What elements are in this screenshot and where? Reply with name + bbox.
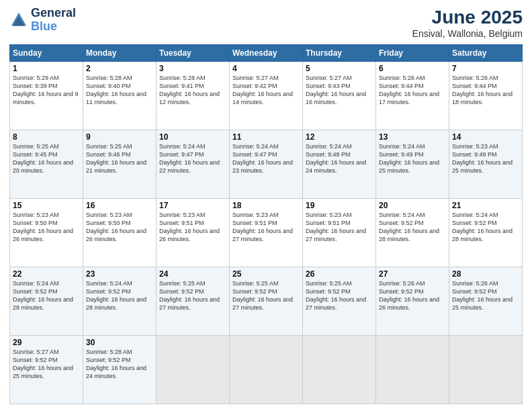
calendar-day-cell: 29Sunrise: 5:27 AMSunset: 9:52 PMDayligh… [10, 336, 83, 404]
weekday-header-row: SundayMondayTuesdayWednesdayThursdayFrid… [10, 45, 523, 62]
svg-rect-2 [16, 20, 21, 26]
day-number: 21 [452, 201, 519, 210]
calendar-day-cell: 27Sunrise: 5:26 AMSunset: 9:52 PMDayligh… [376, 267, 449, 336]
calendar-day-cell: 17Sunrise: 5:23 AMSunset: 9:51 PMDayligh… [157, 199, 230, 267]
title-block: June 2025 Ensival, Wallonia, Belgium [412, 7, 523, 39]
day-info: Sunrise: 5:24 AMSunset: 9:47 PMDaylight:… [232, 142, 300, 175]
month-year: June 2025 [412, 7, 523, 28]
weekday-header-cell: Thursday [303, 45, 376, 62]
calendar-day-cell: 9Sunrise: 5:25 AMSunset: 9:46 PMDaylight… [83, 130, 157, 199]
day-number: 24 [159, 269, 226, 279]
day-info: Sunrise: 5:28 AMSunset: 9:40 PMDaylight:… [86, 74, 153, 107]
day-info: Sunrise: 5:23 AMSunset: 9:50 PMDaylight:… [86, 211, 153, 244]
page: General Blue June 2025 Ensival, Wallonia… [0, 0, 532, 411]
day-info: Sunrise: 5:23 AMSunset: 9:49 PMDaylight:… [452, 142, 519, 175]
day-number: 20 [379, 201, 446, 210]
weekday-header-cell: Sunday [10, 45, 83, 62]
day-info: Sunrise: 5:24 AMSunset: 9:49 PMDaylight:… [379, 142, 446, 175]
calendar-week-row: 1Sunrise: 5:29 AMSunset: 9:39 PMDaylight… [10, 62, 523, 130]
day-info: Sunrise: 5:28 AMSunset: 9:52 PMDaylight:… [86, 348, 153, 381]
day-info: Sunrise: 5:24 AMSunset: 9:52 PMDaylight:… [452, 211, 519, 244]
calendar-day-cell: 4Sunrise: 5:27 AMSunset: 9:42 PMDaylight… [230, 62, 303, 130]
calendar-day-cell: 2Sunrise: 5:28 AMSunset: 9:40 PMDaylight… [83, 62, 157, 130]
day-info: Sunrise: 5:27 AMSunset: 9:52 PMDaylight:… [13, 348, 80, 381]
calendar-day-cell: 22Sunrise: 5:24 AMSunset: 9:52 PMDayligh… [10, 267, 83, 336]
day-info: Sunrise: 5:24 AMSunset: 9:52 PMDaylight:… [13, 279, 80, 312]
day-number: 6 [379, 64, 446, 73]
day-number: 13 [379, 132, 446, 142]
day-number: 29 [13, 338, 80, 347]
day-info: Sunrise: 5:24 AMSunset: 9:52 PMDaylight:… [86, 279, 153, 312]
calendar-table: SundayMondayTuesdayWednesdayThursdayFrid… [9, 44, 523, 404]
calendar-day-cell: 16Sunrise: 5:23 AMSunset: 9:50 PMDayligh… [83, 199, 157, 267]
day-number: 27 [379, 269, 446, 279]
calendar-day-cell: 8Sunrise: 5:25 AMSunset: 9:45 PMDaylight… [10, 130, 83, 199]
calendar-day-cell: 7Sunrise: 5:26 AMSunset: 9:44 PMDaylight… [449, 62, 523, 130]
logo: General Blue [9, 7, 76, 34]
day-info: Sunrise: 5:27 AMSunset: 9:43 PMDaylight:… [306, 74, 373, 107]
day-info: Sunrise: 5:25 AMSunset: 9:52 PMDaylight:… [232, 279, 300, 312]
calendar-day-cell: 21Sunrise: 5:24 AMSunset: 9:52 PMDayligh… [449, 199, 523, 267]
calendar-day-cell: 26Sunrise: 5:25 AMSunset: 9:52 PMDayligh… [303, 267, 376, 336]
day-number: 5 [306, 64, 373, 73]
day-number: 14 [452, 132, 519, 142]
day-info: Sunrise: 5:23 AMSunset: 9:50 PMDaylight:… [13, 211, 80, 244]
day-info: Sunrise: 5:29 AMSunset: 9:39 PMDaylight:… [13, 74, 80, 107]
calendar-day-cell: 23Sunrise: 5:24 AMSunset: 9:52 PMDayligh… [83, 267, 157, 336]
day-number: 15 [13, 201, 80, 210]
calendar-body: 1Sunrise: 5:29 AMSunset: 9:39 PMDaylight… [10, 62, 523, 404]
day-number: 10 [159, 132, 226, 142]
calendar-day-cell [230, 336, 303, 404]
day-info: Sunrise: 5:25 AMSunset: 9:46 PMDaylight:… [86, 142, 153, 175]
day-info: Sunrise: 5:24 AMSunset: 9:47 PMDaylight:… [159, 142, 226, 175]
day-info: Sunrise: 5:23 AMSunset: 9:51 PMDaylight:… [306, 211, 373, 244]
weekday-header-cell: Friday [376, 45, 449, 62]
day-number: 22 [13, 269, 80, 279]
weekday-header-cell: Saturday [449, 45, 523, 62]
calendar-week-row: 15Sunrise: 5:23 AMSunset: 9:50 PMDayligh… [10, 199, 523, 267]
calendar-day-cell: 3Sunrise: 5:28 AMSunset: 9:41 PMDaylight… [157, 62, 230, 130]
day-info: Sunrise: 5:26 AMSunset: 9:52 PMDaylight:… [452, 279, 519, 312]
day-number: 23 [86, 269, 153, 279]
day-number: 2 [86, 64, 153, 73]
day-number: 16 [86, 201, 153, 210]
day-number: 12 [306, 132, 373, 142]
calendar-day-cell [376, 336, 449, 404]
day-info: Sunrise: 5:27 AMSunset: 9:42 PMDaylight:… [232, 74, 300, 107]
day-number: 19 [306, 201, 373, 210]
day-number: 7 [452, 64, 519, 73]
day-number: 11 [232, 132, 300, 142]
day-info: Sunrise: 5:25 AMSunset: 9:45 PMDaylight:… [13, 142, 80, 175]
calendar-day-cell: 20Sunrise: 5:24 AMSunset: 9:52 PMDayligh… [376, 199, 449, 267]
weekday-header-cell: Tuesday [157, 45, 230, 62]
day-info: Sunrise: 5:26 AMSunset: 9:44 PMDaylight:… [452, 74, 519, 107]
calendar-day-cell: 10Sunrise: 5:24 AMSunset: 9:47 PMDayligh… [157, 130, 230, 199]
calendar-day-cell [157, 336, 230, 404]
calendar-day-cell: 5Sunrise: 5:27 AMSunset: 9:43 PMDaylight… [303, 62, 376, 130]
logo-text: General Blue [31, 7, 76, 34]
day-number: 1 [13, 64, 80, 73]
day-number: 28 [452, 269, 519, 279]
calendar-week-row: 8Sunrise: 5:25 AMSunset: 9:45 PMDaylight… [10, 130, 523, 199]
calendar-day-cell: 6Sunrise: 5:26 AMSunset: 9:44 PMDaylight… [376, 62, 449, 130]
day-info: Sunrise: 5:23 AMSunset: 9:51 PMDaylight:… [232, 211, 300, 244]
calendar-day-cell: 1Sunrise: 5:29 AMSunset: 9:39 PMDaylight… [10, 62, 83, 130]
calendar-day-cell: 24Sunrise: 5:25 AMSunset: 9:52 PMDayligh… [157, 267, 230, 336]
calendar-day-cell: 14Sunrise: 5:23 AMSunset: 9:49 PMDayligh… [449, 130, 523, 199]
calendar-day-cell [303, 336, 376, 404]
calendar-day-cell: 19Sunrise: 5:23 AMSunset: 9:51 PMDayligh… [303, 199, 376, 267]
day-number: 8 [13, 132, 80, 142]
logo-line1: General [31, 7, 76, 20]
day-number: 18 [232, 201, 300, 210]
day-info: Sunrise: 5:28 AMSunset: 9:41 PMDaylight:… [159, 74, 226, 107]
calendar-day-cell [449, 336, 523, 404]
calendar-day-cell: 25Sunrise: 5:25 AMSunset: 9:52 PMDayligh… [230, 267, 303, 336]
day-number: 30 [86, 338, 153, 347]
calendar-day-cell: 13Sunrise: 5:24 AMSunset: 9:49 PMDayligh… [376, 130, 449, 199]
calendar-day-cell: 28Sunrise: 5:26 AMSunset: 9:52 PMDayligh… [449, 267, 523, 336]
day-number: 25 [232, 269, 300, 279]
calendar-day-cell: 12Sunrise: 5:24 AMSunset: 9:48 PMDayligh… [303, 130, 376, 199]
calendar-day-cell: 15Sunrise: 5:23 AMSunset: 9:50 PMDayligh… [10, 199, 83, 267]
calendar-week-row: 22Sunrise: 5:24 AMSunset: 9:52 PMDayligh… [10, 267, 523, 336]
day-number: 26 [306, 269, 373, 279]
